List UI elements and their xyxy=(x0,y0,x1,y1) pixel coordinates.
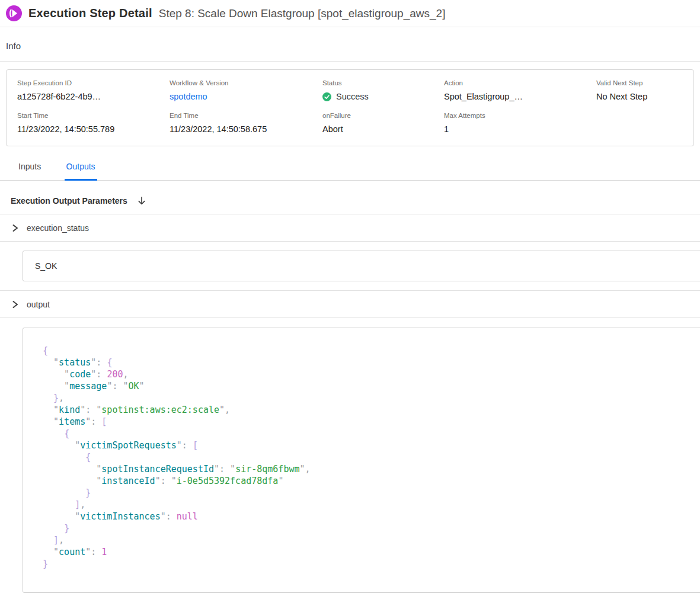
page-title: Execution Step Detail xyxy=(28,7,152,20)
download-arrow-icon[interactable] xyxy=(137,196,146,206)
field-action: Action Spot_Elastigroup_… xyxy=(444,79,596,101)
field-value: a125728f-6b22-4b9… xyxy=(17,92,170,101)
field-label: Action xyxy=(444,79,596,86)
collapse-row-output[interactable]: output xyxy=(0,290,700,318)
output-params-header-row: Execution Output Parameters xyxy=(0,181,700,214)
chevron-right-icon xyxy=(11,224,19,232)
execution-step-detail-page: Execution Step Detail Step 8: Scale Down… xyxy=(0,0,700,593)
tab-bar: Inputs Outputs xyxy=(0,156,700,181)
execution-status-value: S_OK xyxy=(35,261,57,271)
collapse-label: execution_status xyxy=(27,223,89,233)
chevron-right-icon xyxy=(11,300,19,309)
field-value: Abort xyxy=(322,124,444,134)
field-value: 1 xyxy=(444,124,596,134)
field-label: Start Time xyxy=(17,112,170,119)
info-card: Step Execution ID a125728f-6b22-4b9… Wor… xyxy=(6,69,694,146)
output-json-code: { "status": { "code": 200, "message": "O… xyxy=(43,345,688,570)
field-max-attempts: Max Attempts 1 xyxy=(444,112,596,134)
field-label: Workflow & Version xyxy=(170,79,322,86)
workflow-link[interactable]: spotdemo xyxy=(170,92,322,101)
field-value: Spot_Elastigroup_… xyxy=(444,92,596,101)
field-end-time: End Time 11/23/2022, 14:50:58.675 xyxy=(170,112,322,134)
output-json-box: { "status": { "code": 200, "message": "O… xyxy=(23,328,700,593)
field-valid-next-step: Valid Next Step No Next Step xyxy=(596,79,683,101)
success-check-icon xyxy=(322,92,331,101)
field-label: Status xyxy=(322,79,444,86)
app-logo-icon xyxy=(6,5,22,21)
field-value: 11/23/2022, 14:50:58.675 xyxy=(170,124,322,134)
field-label: Max Attempts xyxy=(444,112,596,119)
field-status: Status Success xyxy=(322,79,444,101)
tab-inputs[interactable]: Inputs xyxy=(17,156,43,179)
field-label: End Time xyxy=(170,112,322,119)
field-label: onFailure xyxy=(322,112,444,119)
field-step-execution-id: Step Execution ID a125728f-6b22-4b9… xyxy=(17,79,170,101)
field-label: Step Execution ID xyxy=(17,79,170,86)
status-badge: Success xyxy=(322,92,444,101)
field-start-time: Start Time 11/23/2022, 14:50:55.789 xyxy=(17,112,170,134)
output-params-title: Execution Output Parameters xyxy=(11,196,127,206)
field-onfailure: onFailure Abort xyxy=(322,112,444,134)
page-subtitle: Step 8: Scale Down Elastgroup [spot_elas… xyxy=(159,7,446,20)
status-text: Success xyxy=(336,92,369,101)
field-workflow-version: Workflow & Version spotdemo xyxy=(170,79,322,101)
tab-outputs[interactable]: Outputs xyxy=(65,156,97,181)
info-section-label: Info xyxy=(0,27,700,62)
field-value: No Next Step xyxy=(596,92,683,101)
collapse-label: output xyxy=(27,300,50,309)
field-label: Valid Next Step xyxy=(596,79,683,86)
execution-status-value-box: S_OK xyxy=(23,251,700,281)
app-header: Execution Step Detail Step 8: Scale Down… xyxy=(0,0,700,27)
field-value: 11/23/2022, 14:50:55.789 xyxy=(17,124,170,134)
collapse-row-execution-status[interactable]: execution_status xyxy=(0,214,700,242)
